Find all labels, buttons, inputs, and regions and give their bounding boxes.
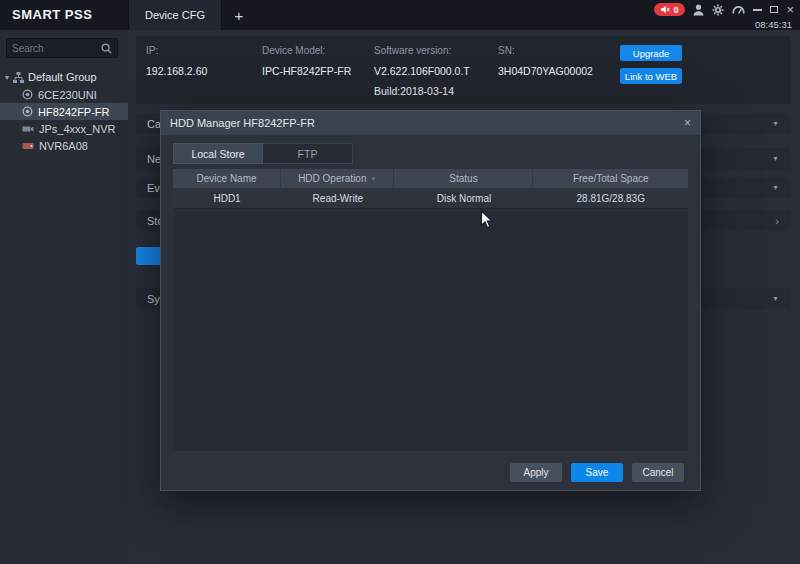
col-header-status: Status [394,169,533,188]
tree-group-default[interactable]: ▾ Default Group [0,68,128,86]
tree-item-nvr6a08[interactable]: NVR6A08 [0,137,128,154]
apply-button[interactable]: Apply [510,463,562,482]
model-label: Device Model: [262,45,325,56]
close-icon[interactable]: × [786,3,794,16]
cancel-button[interactable]: Cancel [632,463,684,482]
ip-label: IP: [146,45,158,56]
nvr-icon [22,141,34,151]
hdd-manager-dialog: HDD Manager HF8242FP-FR × Local Store FT… [160,110,701,491]
smart-pss-window: SMART PSS Device CFG + 0 × 08:45:31 [0,0,800,564]
dialog-titlebar: HDD Manager HF8242FP-FR × [161,111,700,135]
chevron-down-icon: ▼ [772,295,779,302]
sw-value: V2.622.106F000.0.T [374,65,470,77]
ip-value: 192.168.2.60 [146,65,207,77]
topbar-icons-row: 0 × [654,2,794,17]
expander-icon: ▾ [5,73,9,82]
col-header-device-name: Device Name [173,169,281,188]
device-panel-buttons: Upgrade Link to WEB [620,45,682,84]
tree-item-jps-4xxx-nvr[interactable]: JPs_4xxx_NVR [0,120,128,137]
device-tree-sidebar: ▾ Default Group 6CE230UNI HF8242FP-FR JP… [0,30,128,564]
dialog-title: HDD Manager HF8242FP-FR [170,117,315,129]
tab-device-cfg[interactable]: Device CFG [128,0,222,30]
chevron-down-icon: ▼ [772,184,779,191]
dome-camera-icon [22,89,33,100]
chevron-down-icon: ▼ [772,155,779,162]
col-header-label: Device Name [197,173,257,184]
tab-label: Device CFG [145,9,205,21]
dialog-close-icon[interactable]: × [684,116,691,130]
topbar-right-cluster: 0 × 08:45:31 [654,2,794,30]
search-box [6,38,118,58]
device-tree: ▾ Default Group 6CE230UNI HF8242FP-FR JP… [0,68,128,154]
cell-free-total: 28.81G/28.83G [533,188,688,208]
hdd-table: Device Name HDD Operation ▼ Status Free/… [173,169,688,451]
col-header-label: Free/Total Space [573,173,649,184]
new-tab-button[interactable]: + [228,0,250,30]
table-row[interactable]: HDD1 Read-Write Disk Normal 28.81G/28.83… [173,188,688,209]
tree-item-6ce230uni[interactable]: 6CE230UNI [0,86,128,103]
tree-item-label: NVR6A08 [39,140,88,152]
cell-device-name: HDD1 [173,188,281,208]
muted-speaker-icon [661,5,670,14]
chevron-right-icon: › [775,216,779,226]
upgrade-button[interactable]: Upgrade [620,45,682,61]
maximize-icon[interactable] [770,6,778,13]
search-input[interactable] [12,43,101,54]
tree-item-label: 6CE230UNI [38,89,97,101]
table-header-row: Device Name HDD Operation ▼ Status Free/… [173,169,688,188]
cell-hdd-operation: Read-Write [281,188,394,208]
storage-subitem-highlight[interactable] [136,247,163,265]
tree-group-label: Default Group [28,71,96,83]
col-header-label: HDD Operation [298,173,366,184]
search-icon[interactable] [101,43,112,54]
box-camera-icon [22,124,34,134]
top-bar: SMART PSS Device CFG + 0 × 08:45:31 [0,0,800,30]
tree-item-hf8242fp-fr[interactable]: HF8242FP-FR [0,103,128,120]
user-icon[interactable] [693,4,704,16]
cell-status: Disk Normal [394,188,533,208]
col-header-label: Status [449,173,477,184]
col-header-free-total: Free/Total Space [533,169,688,188]
dialog-buttons: Apply Save Cancel [510,463,684,482]
hdd-operation-filter-icon[interactable]: ▼ [370,176,376,182]
device-info-panel: IP: 192.168.2.60 Device Model: IPC-HF824… [136,36,790,104]
sn-label: SN: [498,45,515,56]
sn-value: 3H04D70YAG00002 [498,65,593,77]
dome-camera-icon [22,106,33,117]
tree-item-label: JPs_4xxx_NVR [39,123,115,135]
chevron-down-icon: ▼ [772,120,779,127]
clock-text: 08:45:31 [755,19,794,30]
tab-local-store[interactable]: Local Store [173,143,263,164]
gauge-icon[interactable] [732,4,745,15]
minimize-icon[interactable] [753,9,762,11]
sw-label: Software version: [374,45,451,56]
model-value: IPC-HF8242FP-FR [262,65,351,77]
alarm-count: 0 [673,5,678,15]
tab-ftp[interactable]: FTP [263,143,353,164]
link-to-web-button[interactable]: Link to WEB [620,68,682,84]
gear-icon[interactable] [712,4,724,16]
alarm-badge[interactable]: 0 [654,3,685,16]
tree-item-label: HF8242FP-FR [38,106,110,118]
save-button[interactable]: Save [571,463,623,482]
col-header-hdd-operation: HDD Operation ▼ [281,169,394,188]
build-value: Build:2018-03-14 [374,85,454,97]
group-icon [13,72,24,83]
app-logo: SMART PSS [12,0,92,30]
